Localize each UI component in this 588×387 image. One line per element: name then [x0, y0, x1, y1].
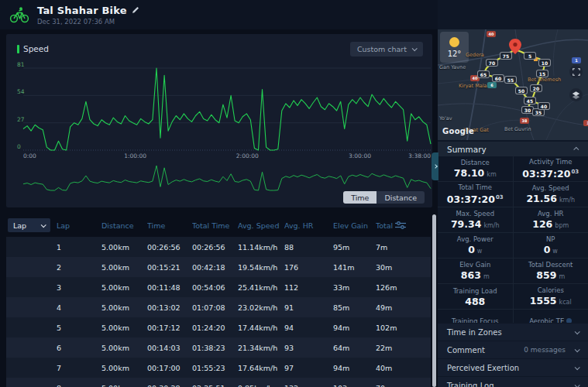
- col-header-avg-hr[interactable]: Avg. HR: [284, 221, 333, 230]
- lap-cell-distance: 5.00km: [101, 344, 147, 352]
- y-tick-label: 0: [17, 143, 21, 150]
- lap-cell-total: 102m: [376, 324, 431, 332]
- sidebar-collapse-handle[interactable]: [432, 152, 438, 180]
- info-icon: [566, 318, 572, 323]
- lap-select-label: Lap: [13, 221, 26, 230]
- lap-cell-elev-gain: 103m: [333, 384, 376, 387]
- table-row[interactable]: 65.00km00:14:0301:38:2321.34km/h9364m22m: [6, 337, 431, 358]
- speed-chart[interactable]: [6, 34, 432, 207]
- lap-cell-total: 49m: [376, 303, 431, 312]
- lap-cell-total: 126m: [376, 283, 431, 292]
- toggle-distance-button[interactable]: Distance: [377, 191, 425, 204]
- map-layers-icon[interactable]: [569, 88, 583, 101]
- lap-type-select[interactable]: Lap: [8, 218, 50, 232]
- road-shield: 3: [583, 120, 588, 126]
- col-header-lap[interactable]: Lap: [57, 221, 101, 230]
- stat-row: Training Load488Calories1555kcal: [438, 284, 588, 310]
- x-tick-label: 1:00:00: [124, 152, 146, 160]
- section-meta: 0 messages: [524, 346, 566, 354]
- lap-cell-lap: 1: [57, 243, 101, 252]
- lap-cell-total-time: 00:54:06: [192, 283, 238, 292]
- lap-cell-total-time: 01:55:23: [192, 364, 238, 372]
- km-marker: 20: [530, 84, 542, 92]
- section-label: Comment: [447, 346, 485, 354]
- summary-stats: Distance78.10kmActivity Time03:37:2003To…: [438, 156, 588, 323]
- lap-cell-distance: 5.00km: [101, 303, 147, 312]
- km-marker: 5: [524, 52, 536, 60]
- stat-activity-time: Activity Time03:37:2003: [513, 156, 588, 181]
- table-row[interactable]: 25.00km00:15:2100:42:1819.54km/h176141m3…: [6, 257, 431, 277]
- navigator-series-line: [23, 166, 431, 190]
- table-row[interactable]: 85.00km00:30:2802:25:519.85km/h132103m70…: [6, 378, 431, 387]
- lap-cell-avg-speed: 9.85km/h: [238, 384, 284, 387]
- activity-page: Tal Shahar Bike Dec 31, 2022 07:36 AM: [0, 0, 588, 387]
- edit-pencil-icon[interactable]: [132, 6, 139, 14]
- road-shield: 1: [572, 57, 581, 63]
- lap-cell-avg-hr: 94: [284, 324, 333, 332]
- col-header-time[interactable]: Time: [147, 221, 192, 230]
- table-row[interactable]: 75.00km00:17:0001:55:2317.64km/h9794m40m: [6, 358, 431, 378]
- google-attribution: Google: [442, 127, 474, 135]
- section-label: Time in Zones: [447, 328, 502, 337]
- x-tick-label: 2:00:00: [236, 152, 259, 160]
- lap-cell-total: 7m: [376, 243, 431, 252]
- lap-cell-total-time: 02:25:51: [192, 384, 238, 387]
- table-row[interactable]: 15.00km00:26:5600:26:5611.14km/h8895m7m: [6, 237, 431, 257]
- lap-cell-avg-hr: 97: [284, 364, 333, 372]
- col-header-elev-gain[interactable]: Elev Gain: [333, 221, 376, 230]
- summary-title: Summary: [447, 145, 487, 154]
- summary-section-header[interactable]: Summary: [438, 142, 588, 156]
- stat-max-speed: Max. Speed79.34km/h: [438, 207, 513, 232]
- lap-cell-avg-speed: 25.41km/h: [238, 283, 284, 292]
- fullscreen-icon[interactable]: [569, 65, 583, 78]
- y-tick-label: 54: [17, 88, 25, 95]
- stat-row: Max. Speed79.34km/hAvg. HR126bpm: [438, 207, 588, 233]
- lap-cell-avg-hr: 112: [284, 283, 333, 292]
- table-row[interactable]: 35.00km00:11:4800:54:0625.41km/h11233m12…: [6, 277, 431, 297]
- km-marker: 70: [486, 59, 498, 67]
- lap-cell-elev-gain: 141m: [333, 263, 376, 272]
- km-marker: 55: [504, 76, 517, 84]
- x-tick-label: 3:38:00: [408, 152, 431, 160]
- table-row[interactable]: 45.00km00:13:0201:07:0823.02km/h9185m49m: [6, 297, 431, 317]
- speed-chart-panel: Speed Custom chart 8154270 0:001:00:002:…: [6, 34, 432, 207]
- toggle-time-button[interactable]: Time: [343, 191, 377, 204]
- chevron-up-icon: [573, 147, 579, 152]
- speed-series-line: [23, 68, 431, 150]
- stat-avg-speed: Avg. Speed21.56km/h: [513, 182, 588, 207]
- lap-cell-avg-speed: 19.54km/h: [238, 263, 284, 272]
- chevron-down-icon: [575, 329, 580, 334]
- lap-cell-lap: 6: [57, 344, 101, 352]
- km-marker: 50: [515, 87, 528, 94]
- km-marker: 65: [477, 70, 490, 78]
- col-header-avg-speed[interactable]: Avg. Speed: [238, 221, 284, 230]
- lap-cell-total: 70m: [376, 384, 431, 387]
- lap-cell-lap: 8: [57, 384, 101, 387]
- map-town-label: Bet Guvrin: [504, 126, 531, 132]
- table-row[interactable]: 55.00km00:17:1201:24:2017.44km/h9494m102…: [6, 317, 431, 337]
- lap-cell-avg-hr: 176: [284, 263, 333, 272]
- map-town-label: Yo'av: [439, 115, 452, 122]
- lap-cell-total-time: 01:38:23: [192, 344, 238, 352]
- column-settings-icon[interactable]: [395, 221, 406, 230]
- stat-avg-power: Avg. Power0w: [438, 233, 513, 258]
- chevron-down-icon: [575, 382, 580, 387]
- stat-row: Elev Gain863mTotal Descent859m: [438, 259, 588, 284]
- stat-row: Training FocusAerobic TE: [438, 310, 588, 323]
- lap-cell-avg-hr: 132: [284, 384, 333, 387]
- section-comment[interactable]: Comment0 messages: [438, 341, 588, 358]
- lap-cell-avg-speed: 23.02km/h: [238, 303, 284, 312]
- col-header-total-time[interactable]: Total Time: [192, 221, 238, 230]
- section-training-log[interactable]: Training Log: [438, 377, 588, 387]
- route-map[interactable]: 12° GederaGan YavneKiryat MalakhiBet She…: [438, 29, 588, 140]
- vertical-scrollbar[interactable]: [432, 214, 436, 387]
- section-label: Perceived Exertion: [447, 364, 519, 372]
- lap-cell-distance: 5.00km: [101, 243, 147, 252]
- x-tick-label: 0:00: [23, 152, 36, 160]
- col-header-distance[interactable]: Distance: [101, 221, 147, 230]
- lap-cell-elev-gain: 94m: [333, 324, 376, 332]
- lap-cell-total-time: 00:26:56: [192, 243, 238, 252]
- section-time-in-zones[interactable]: Time in Zones: [438, 324, 588, 341]
- weather-widget[interactable]: 12°: [440, 32, 469, 63]
- section-perceived-exertion[interactable]: Perceived Exertion: [438, 359, 588, 376]
